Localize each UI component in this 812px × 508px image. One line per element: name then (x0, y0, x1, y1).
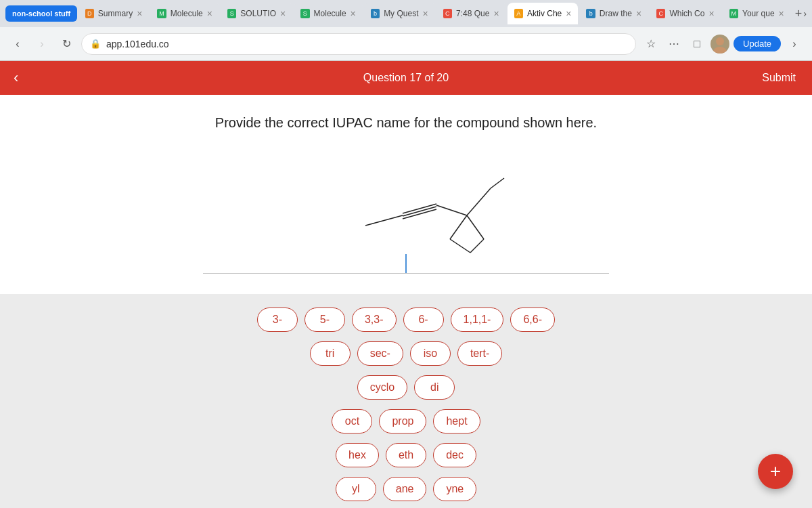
tab-close[interactable]: × (422, 8, 428, 19)
lock-icon: 🔒 (90, 39, 101, 49)
tab-close[interactable]: × (566, 8, 571, 19)
tab-summary[interactable]: D Summary × (78, 3, 150, 24)
question-text: Provide the correct IUPAC name for the c… (0, 115, 812, 131)
tab-label-summary: Summary (98, 9, 133, 18)
tab-icon: b (371, 9, 380, 18)
answer-input-area[interactable] (0, 266, 812, 287)
tab-molecule2[interactable]: S Molecule × (294, 3, 363, 24)
button-row-2: tri sec- iso tert- (310, 341, 503, 366)
svg-line-4 (403, 207, 436, 216)
tab-icon: A (514, 9, 523, 18)
btn-cyclo[interactable]: cyclo (357, 375, 407, 400)
forward-button[interactable]: › (32, 35, 51, 54)
btn-iso[interactable]: iso (410, 341, 451, 366)
reload-button[interactable]: ↻ (57, 35, 76, 54)
btn-di[interactable]: di (414, 375, 455, 400)
tab-close[interactable]: × (493, 8, 499, 19)
btn-tri[interactable]: tri (310, 341, 351, 366)
tab-icon: M (157, 9, 166, 18)
tab-icon: M (729, 9, 738, 18)
btn-6-dash[interactable]: 6- (403, 308, 444, 332)
btn-33-dash[interactable]: 3,3- (352, 308, 397, 332)
button-row-6: yl ane yne (336, 477, 477, 501)
back-button[interactable]: ‹ (0, 69, 32, 87)
btn-5-dash[interactable]: 5- (304, 308, 345, 332)
btn-yne[interactable]: yne (433, 477, 476, 501)
tab-icon: C (656, 9, 665, 18)
tab-drawthe[interactable]: b Draw the × (579, 3, 648, 24)
back-button[interactable]: ‹ (8, 35, 27, 54)
extensions-icon[interactable]: ⋯ (664, 35, 683, 54)
tab-label: 7:48 Que (456, 9, 489, 18)
new-tab-button[interactable]: + (795, 7, 803, 21)
btn-tert[interactable]: tert- (457, 341, 502, 366)
tab-icon: b (586, 9, 595, 18)
menu-chevron-icon[interactable]: › (785, 35, 804, 54)
tab-close[interactable]: × (708, 8, 714, 19)
tab-close[interactable]: × (280, 8, 286, 19)
tab-close[interactable]: × (207, 8, 212, 19)
tab-overflow-chevron[interactable]: › (803, 8, 807, 19)
tab-748que[interactable]: C 7:48 Que × (436, 3, 506, 24)
browser-chrome: non-school stuff D Summary × M Molecule … (0, 0, 812, 61)
nav-bar: ‹ › ↻ 🔒 app.101edu.co ☆ ⋯ □ Update › (0, 27, 812, 61)
tab-myquest[interactable]: b My Quest × (364, 3, 435, 24)
svg-line-6 (436, 205, 467, 215)
tab-label: Your que (742, 9, 775, 18)
tab-icon: S (227, 9, 236, 18)
btn-111-dash[interactable]: 1,1,1- (451, 308, 504, 332)
tab-close[interactable]: × (137, 8, 142, 19)
svg-line-12 (470, 239, 484, 253)
btn-ane[interactable]: ane (383, 477, 427, 501)
avatar[interactable] (710, 35, 729, 54)
tab-close[interactable]: × (779, 8, 784, 19)
submit-button[interactable]: Submit (746, 72, 812, 84)
tab-icon: S (300, 9, 309, 18)
svg-line-10 (450, 215, 467, 239)
tab-bar: non-school stuff D Summary × M Molecule … (0, 0, 812, 27)
app-header: ‹ Question 17 of 20 Submit (0, 61, 812, 95)
question-area: Provide the correct IUPAC name for the c… (0, 95, 812, 294)
tab-solutio[interactable]: S SOLUTIO × (221, 3, 292, 24)
tab-close[interactable]: × (351, 8, 356, 19)
btn-hept[interactable]: hept (433, 409, 480, 433)
btn-yl[interactable]: yl (336, 477, 376, 501)
question-counter: Question 17 of 20 (363, 72, 449, 84)
btn-3-dash[interactable]: 3- (257, 308, 298, 332)
bookmark-icon[interactable]: ☆ (641, 35, 660, 54)
svg-line-5 (403, 209, 436, 219)
btn-sec[interactable]: sec- (357, 341, 403, 366)
tab-whichco[interactable]: C Which Co × (650, 3, 721, 24)
btn-oct[interactable]: oct (332, 409, 372, 433)
svg-line-3 (403, 204, 436, 213)
update-button[interactable]: Update (734, 36, 781, 51)
profile-menu-icon[interactable]: □ (687, 35, 706, 54)
tab-label: SOLUTIO (240, 9, 276, 18)
button-row-4: oct prop hept (332, 409, 480, 433)
svg-line-2 (365, 215, 403, 226)
btn-prop[interactable]: prop (379, 409, 426, 433)
button-row-5: hex eth dec (336, 443, 476, 467)
btn-dec[interactable]: dec (433, 443, 476, 467)
tab-label: Which Co (669, 9, 704, 18)
button-row-1: 3- 5- 3,3- 6- 1,1,1- 6,6- (257, 308, 555, 332)
btn-hex[interactable]: hex (336, 443, 379, 467)
tab-label: My Quest (384, 9, 418, 18)
tab-close[interactable]: × (636, 8, 641, 19)
tab-aktivche[interactable]: A Aktiv Che × (508, 3, 579, 24)
tab-label: non-school stuff (12, 9, 70, 18)
tab-label: Draw the (600, 9, 632, 18)
app-content: ‹ Question 17 of 20 Submit Provide the c… (0, 61, 812, 508)
tab-label: Molecule (171, 9, 203, 18)
btn-66-dash[interactable]: 6,6- (510, 308, 555, 332)
svg-line-8 (491, 178, 504, 188)
fab-button[interactable]: + (758, 454, 793, 489)
tab-non-school[interactable]: non-school stuff (5, 5, 77, 22)
tab-label: Aktiv Che (527, 9, 562, 18)
molecule-svg (304, 137, 508, 259)
tab-yourque[interactable]: M Your que × (723, 3, 791, 24)
tab-molecule1[interactable]: M Molecule × (150, 3, 219, 24)
address-bar[interactable]: 🔒 app.101edu.co (81, 33, 636, 55)
btn-eth[interactable]: eth (386, 443, 426, 467)
text-cursor (405, 254, 407, 273)
